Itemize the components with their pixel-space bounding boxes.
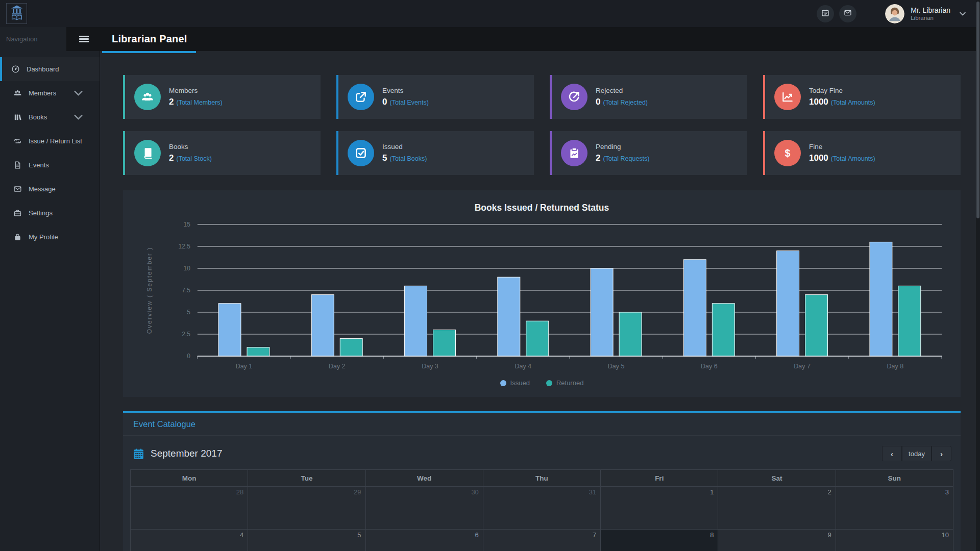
stat-sub: (Total Members) — [176, 99, 222, 106]
bar-issued-day-4 — [498, 277, 520, 356]
calendar-next-button[interactable]: › — [932, 446, 951, 461]
sidebar-item-settings[interactable]: Settings — [0, 201, 100, 225]
chart-panel: Books Issued / Returned Status 02.557.51… — [123, 190, 961, 397]
sidebar-item-issue-return-list[interactable]: Issue / Return List — [0, 129, 100, 153]
calendar-day-cell[interactable]: 1 — [601, 487, 718, 530]
y-tick-label: 2.5 — [182, 331, 190, 338]
bar-issued-day-5 — [591, 268, 613, 356]
calendar-nav-buttons: ‹ today › — [882, 446, 951, 461]
calendar-day-cell[interactable]: 28 — [131, 487, 248, 530]
calendar-button[interactable] — [817, 5, 834, 22]
stat-value: 0(Total Events) — [382, 97, 429, 107]
weekday-header: Thu — [483, 470, 600, 487]
stat-label: Issued — [382, 143, 427, 151]
sidebar-item-message[interactable]: Message — [0, 177, 100, 201]
event-catalogue-panel: Event Catalogue September 2017 — [123, 411, 961, 551]
stat-card-today-fine: Today Fine 1000(Total Amounts) — [763, 75, 961, 119]
external-link-icon — [354, 90, 368, 104]
stat-sub: (Total Amounts) — [831, 155, 875, 162]
clipboard-icon — [568, 146, 581, 160]
dollar-icon: $ — [781, 146, 794, 160]
legend-item-returned[interactable]: Returned — [546, 379, 583, 387]
calendar-day-cell[interactable]: 10 — [836, 530, 953, 551]
stat-card-fine: $ Fine 1000(Total Amounts) — [763, 131, 961, 175]
messages-button[interactable] — [839, 5, 856, 22]
calendar-today-cell[interactable]: 8 — [601, 530, 718, 551]
chart-line-icon — [781, 90, 794, 104]
scrollbar-thumb[interactable] — [976, 2, 979, 218]
sidebar-item-events[interactable]: Events — [0, 153, 100, 177]
stat-value: 1000(Total Amounts) — [809, 153, 875, 163]
stat-card-books: Books 2(Total Stock) — [123, 131, 321, 175]
file-icon — [13, 161, 22, 169]
chevron-down-icon[interactable] — [960, 12, 966, 16]
chevron-down-icon — [74, 113, 89, 121]
calendar-day-cell[interactable]: 3 — [836, 487, 953, 530]
stat-sub: (Total Rejected) — [603, 99, 648, 106]
calendar-day-cell[interactable]: 2 — [718, 487, 836, 530]
weekday-header: Sun — [836, 470, 953, 487]
bar-returned-day-7 — [805, 295, 828, 356]
calendar-day-cell[interactable]: 9 — [718, 530, 836, 551]
calendar-prev-button[interactable]: ‹ — [882, 446, 902, 461]
y-tick-label: 7.5 — [182, 287, 190, 294]
calendar-today-button[interactable]: today — [902, 446, 932, 461]
title-bar: Librarian Panel — [66, 27, 980, 51]
calendar-widget: September 2017 ‹ today › Mon Tue Wed Thu — [123, 436, 961, 551]
legend-label: Issued — [510, 379, 530, 387]
weekday-header: Tue — [248, 470, 365, 487]
stat-card-events: Events 0(Total Events) — [336, 75, 534, 119]
x-tick-label: Day 5 — [608, 363, 625, 370]
stat-sub: (Total Requests) — [603, 155, 649, 162]
x-tick-label: Day 7 — [794, 363, 811, 370]
book-icon — [141, 146, 154, 160]
calendar-day-cell[interactable]: 4 — [131, 530, 248, 551]
stat-value: 2(Total Requests) — [596, 153, 649, 163]
sidebar-item-label: Events — [29, 161, 49, 169]
stat-card-pending: Pending 2(Total Requests) — [550, 131, 747, 175]
user-name: Mr. Librarian — [911, 6, 950, 14]
user-avatar[interactable] — [885, 4, 904, 23]
sidebar-item-members[interactable]: Members — [0, 81, 100, 105]
calendar-icon — [821, 9, 829, 19]
calendar-day-cell[interactable]: 31 — [483, 487, 600, 530]
sidebar-item-label: My Profile — [29, 233, 58, 241]
stat-card-issued: Issued 5(Total Books) — [336, 131, 534, 175]
main-content: Members 2(Total Members) Events 0(Total … — [101, 51, 980, 551]
stat-label: Rejected — [596, 87, 648, 94]
stat-label: Pending — [596, 143, 649, 151]
x-tick-label: Day 3 — [422, 363, 438, 370]
sidebar-item-my-profile[interactable]: My Profile — [0, 225, 100, 249]
bar-returned-day-6 — [712, 304, 734, 356]
stat-card-members: Members 2(Total Members) — [123, 75, 321, 119]
stat-label: Members — [169, 87, 223, 94]
calendar-table: Mon Tue Wed Thu Fri Sat Sun 28 29 — [130, 469, 953, 551]
page-title: Librarian Panel — [112, 33, 187, 45]
calendar-day-cell[interactable]: 6 — [365, 530, 483, 551]
mail-icon — [844, 9, 852, 19]
top-navbar: Mr. Librarian Librarian — [0, 0, 980, 27]
legend-item-issued[interactable]: Issued — [500, 379, 530, 387]
stat-sub: (Total Books) — [389, 155, 427, 162]
user-role: Librarian — [911, 15, 950, 21]
calendar-day-cell[interactable]: 7 — [483, 530, 600, 551]
calendar-day-cell[interactable]: 30 — [365, 487, 483, 530]
sidebar-item-books[interactable]: Books — [0, 105, 100, 129]
sidebar-item-label: Books — [29, 113, 47, 121]
y-tick-label: 10 — [184, 265, 191, 272]
x-tick-label: Day 8 — [887, 363, 904, 370]
y-tick-label: 12.5 — [179, 243, 191, 250]
app-logo[interactable] — [6, 3, 27, 24]
bar-issued-day-8 — [870, 242, 892, 356]
sidebar-toggle-icon[interactable] — [79, 35, 89, 44]
bar-returned-day-5 — [619, 312, 642, 356]
sidebar-item-dashboard[interactable]: Dashboard — [0, 57, 100, 81]
legend-dot — [546, 380, 552, 386]
user-menu[interactable]: Mr. Librarian Librarian — [911, 6, 950, 21]
stat-sub: (Total Amounts) — [831, 99, 875, 106]
x-tick-label: Day 4 — [514, 363, 531, 370]
calendar-day-cell[interactable]: 5 — [248, 530, 365, 551]
stat-value: 2(Total Stock) — [169, 153, 212, 163]
stat-label: Books — [169, 143, 212, 151]
calendar-day-cell[interactable]: 29 — [248, 487, 365, 530]
